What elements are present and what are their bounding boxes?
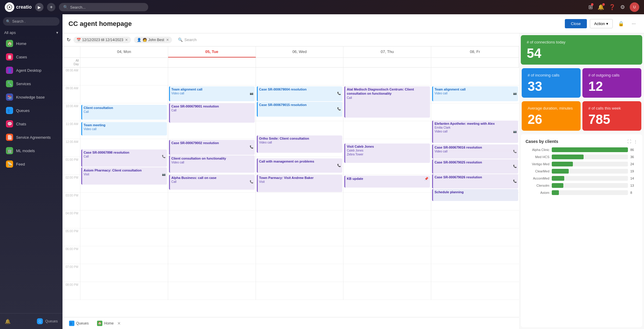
bar-row: Alpha Clinic86: [526, 147, 637, 152]
time-slot-12pm: 12:00 AM: [62, 139, 80, 157]
bar-chart: Alpha Clinic86Med HCS36Vertigo Med24Clea…: [526, 147, 637, 195]
incoming-calls-label: # of incoming calls: [528, 73, 575, 77]
event-team-alignment-tue[interactable]: Team alignment call Video call 📷: [169, 86, 255, 101]
top-bar: creatio ▶ + 🔍 Search... ⊞ 🔔 ❓ ⚙ U: [0, 0, 644, 14]
time-slot-8pm: 08:00 PM: [62, 282, 80, 300]
calls-week-value: 785: [588, 113, 635, 126]
sidebar-item-knowledge-base[interactable]: 📚 Knowledge base: [2, 91, 61, 104]
date-range-clear[interactable]: ✕: [125, 38, 128, 42]
event-case-679026[interactable]: Case SR-000679026 resolution 📞: [432, 174, 518, 188]
lock-button[interactable]: 🔒: [616, 20, 626, 28]
sidebar-search-placeholder: Search .: [12, 19, 26, 24]
queues-tab-label: Queues: [76, 321, 89, 325]
grid-button[interactable]: ⊞: [588, 4, 593, 10]
ml-icon: 🤖: [6, 147, 13, 154]
all-day-label: AllDay: [62, 58, 80, 67]
global-search-placeholder: Search...: [70, 5, 85, 10]
sidebar-item-home[interactable]: 🏠 Home: [2, 37, 61, 50]
event-case-679001[interactable]: Case SR-000679001 resolution Call: [169, 103, 255, 123]
all-apps-button[interactable]: All aps ▾: [0, 29, 62, 37]
footer-alert-button[interactable]: 🔔: [3, 317, 12, 326]
event-atal-medisch[interactable]: Atal Medisch Diagnostisch Centrum: Clien…: [344, 86, 430, 118]
event-team-meeting[interactable]: Team meeting Video call: [81, 122, 167, 135]
event-case-679015[interactable]: Case SR-000679015 resolution 📞: [257, 102, 343, 117]
monday-column: Client consultation Call Team meeting Vi…: [80, 68, 168, 300]
header-actions: Close Action ▾ 🔒 ···: [565, 19, 638, 28]
bell-button[interactable]: 🔔: [598, 4, 604, 10]
event-client-consultation-functionality[interactable]: Client consultation on functionality Vid…: [169, 155, 255, 173]
user-avatar[interactable]: U: [630, 2, 639, 12]
logo-text: creatio: [16, 4, 32, 10]
main-layout: 🔍 Search . All aps ▾ 🏠 Home 📋 Cases 👤 Ag…: [0, 14, 644, 329]
event-visit-caleb[interactable]: Visit Caleb Jones Caleb Jones Zebra Towe…: [344, 144, 430, 163]
event-ortho-smile[interactable]: Ortho Smile: Client consultation Video c…: [257, 135, 343, 153]
event-town-parmacy[interactable]: Town Parmacy: Visit Andrew Baker Visit: [257, 175, 343, 192]
play-button[interactable]: ▶: [35, 3, 43, 11]
sidebar-search[interactable]: 🔍 Search .: [3, 17, 60, 26]
sidebar-item-chats[interactable]: 💬 Chats: [2, 117, 61, 130]
ellipsis-icon: ···: [632, 21, 636, 26]
sidebar-item-agent-desktop[interactable]: 👤 Agent Desktop: [2, 64, 61, 77]
date-range-chip[interactable]: 📅 12/12/2023 till 12/14/2023 ✕: [74, 37, 131, 43]
expand-icon[interactable]: ⛶: [627, 139, 631, 144]
event-call-management[interactable]: Call with management on problems 📞: [257, 158, 343, 173]
duration-row: Average duration, minutes 26 # of calls …: [521, 99, 642, 132]
event-case-679016[interactable]: Case SR-000679016 resolution Video call …: [432, 144, 518, 159]
more-button[interactable]: ···: [629, 20, 638, 28]
bar-track: [552, 169, 628, 174]
sidebar-item-feed[interactable]: 📡 Feed: [2, 158, 61, 171]
settings-icon[interactable]: ⚙: [620, 4, 625, 10]
sidebar-item-queues[interactable]: 👥 Queues: [2, 104, 61, 117]
event-case-679004[interactable]: Case SR-000679004 resolution 📞: [257, 86, 343, 101]
event-schedule-planning[interactable]: Schedule planning: [432, 189, 518, 201]
event-client-consultation[interactable]: Client consultation Call: [81, 105, 167, 120]
close-button[interactable]: Close: [565, 19, 587, 28]
sidebar-item-cases[interactable]: 📋 Cases: [2, 50, 61, 63]
date-range-text: 12/12/2023 till 12/14/2023: [82, 38, 123, 42]
event-elefanten[interactable]: Elefanten Apotheke: meeting with Alex Em…: [432, 121, 518, 143]
action-button[interactable]: Action ▾: [590, 19, 613, 28]
calls-week-card: # of calls this week 785: [582, 101, 641, 131]
add-button[interactable]: +: [47, 3, 55, 11]
assignee-clear[interactable]: ✕: [166, 38, 169, 42]
home-tab-close[interactable]: ✕: [117, 321, 121, 326]
bar-label: AccomMed: [526, 177, 549, 180]
refresh-icon[interactable]: ↻: [67, 37, 71, 43]
sidebar-item-services[interactable]: 🔧 Services: [2, 77, 61, 90]
queues-tab-icon: 👥: [69, 321, 74, 326]
event-case-67898[interactable]: Case SR-00067898 resolution Call 📞: [81, 149, 167, 167]
bar-fill: [552, 176, 564, 181]
event-case-679002[interactable]: Case SR-000679002 resolution 📞: [169, 140, 255, 155]
assignee-chip[interactable]: 👤 🧑 John Best ✕: [134, 37, 172, 43]
chevron-down-icon: ▾: [606, 21, 608, 26]
time-slot-11am: 11:00 AM: [62, 121, 80, 139]
cases-more-icon[interactable]: ⋮: [634, 139, 637, 144]
calendar-search-placeholder: Search: [185, 38, 197, 42]
event-team-alignment-fri[interactable]: Team alignment call Video call 📷: [432, 86, 518, 101]
event-alpha-business[interactable]: Alpha Business: call on case Call 📞: [169, 175, 255, 190]
event-kb-update[interactable]: KB update 📌: [344, 176, 430, 188]
global-search[interactable]: 🔍 Search...: [59, 3, 148, 11]
bar-fill: [552, 183, 563, 188]
bottom-tab-queues[interactable]: 👥 Queues: [65, 319, 92, 328]
sidebar-item-ml-models[interactable]: 🤖 ML models: [2, 144, 61, 157]
bottom-tab-home[interactable]: 🏠 Home ✕: [93, 319, 125, 328]
bar-fill: [552, 155, 584, 159]
all-day-fri: [431, 58, 519, 67]
time-slot-6pm: 06:00 PM: [62, 246, 80, 264]
help-icon[interactable]: ❓: [609, 4, 615, 10]
calendar-search[interactable]: 🔍 Search: [175, 36, 200, 43]
time-slot-3pm: 03:00 PM: [62, 193, 80, 211]
event-case-679025[interactable]: Case SR-000679025 resolution 📞: [432, 159, 518, 174]
time-slot-4pm: 04:00 PM: [62, 211, 80, 228]
sidebar-item-service-agreements[interactable]: 📄 Service Agreements: [2, 131, 61, 144]
cases-by-clients-card: Cases by clients ⛶ ⋮ Alpha Clinic86Med H…: [521, 134, 642, 327]
wednesday-column: Case SR-000679004 resolution 📞 Case SR-0…: [256, 68, 344, 300]
time-slot-2pm: 02:00 PM: [62, 175, 80, 193]
event-axiom-pharmacy[interactable]: Axiom Pharmacy: Client consultation Visi…: [81, 167, 167, 185]
sidebar-label-chats: Chats: [16, 122, 26, 126]
footer-home-tab[interactable]: Q Queues: [35, 316, 60, 326]
home-tab-icon: 🏠: [97, 321, 102, 326]
app-logo[interactable]: creatio: [5, 2, 32, 12]
sidebar-label-agent: Agent Desktop: [16, 68, 41, 73]
